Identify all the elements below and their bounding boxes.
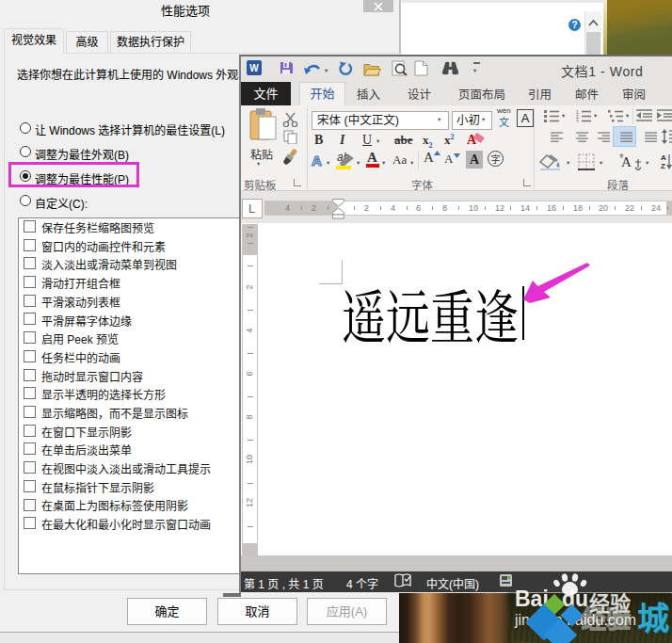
svg-text:3.: 3. (576, 119, 580, 123)
svg-text:A: A (621, 154, 632, 169)
svg-text:Z: Z (661, 162, 665, 170)
svg-text:A: A (661, 153, 666, 162)
svg-text:W: W (249, 63, 259, 73)
